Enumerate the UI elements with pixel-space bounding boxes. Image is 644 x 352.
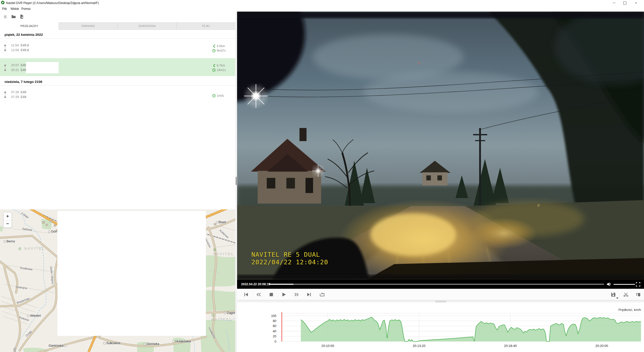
place-marker: Górówka	[144, 342, 159, 346]
duration-value: 9m37s	[217, 49, 226, 52]
rewind-button[interactable]	[256, 292, 261, 297]
open-folder-icon[interactable]	[11, 14, 16, 19]
speed-chart[interactable]: 02040608010020:10:0020:13:2020:16:4020:2…	[237, 300, 644, 352]
title-bar: Navitel DVR Player (C:/Users/Mateusz/Des…	[0, 0, 644, 6]
place-ring-icon	[64, 345, 66, 347]
maximize-button[interactable]	[621, 0, 629, 6]
map-watermark: ◍ NAVITEL	[211, 313, 235, 322]
menu-pomoc[interactable]: Pomoc	[21, 7, 31, 11]
svg-text:100: 100	[271, 314, 276, 318]
route-icon	[212, 44, 216, 48]
rotate-screen-button[interactable]	[636, 292, 641, 297]
trip-end-dot	[4, 96, 6, 98]
route-icon	[212, 64, 216, 67]
place-name: Dwór	[219, 220, 226, 224]
menu-widok[interactable]: Widok	[11, 7, 19, 11]
tab-bar: PRZEJAZDY PARKING ZDARZENIA PLIKI	[0, 22, 235, 30]
chart-title: Prędkość, km/h	[618, 308, 641, 312]
duration-badge: 1m0s	[212, 94, 224, 98]
trip-end-dot	[4, 49, 6, 51]
save-dropdown-caret[interactable]	[616, 298, 619, 299]
trip-end-time: 12:04	[11, 48, 19, 52]
fullscreen-icon[interactable]	[636, 282, 640, 286]
loop-button[interactable]	[319, 292, 325, 297]
distance-badge: 6.7km	[212, 64, 225, 67]
zoom-out-button[interactable]: −	[4, 220, 12, 228]
playback-time: 2022.04.22 20:08:19	[241, 282, 270, 286]
file-toolbar	[0, 12, 235, 22]
seek-bar: 2022.04.22 20:08:19	[237, 280, 644, 289]
minimize-button[interactable]	[610, 0, 618, 6]
map-zoom-control: + −	[3, 212, 12, 228]
skip-next-button[interactable]	[307, 292, 312, 297]
place-ring-icon	[103, 342, 105, 344]
sd-card-icon[interactable]	[3, 14, 8, 19]
maximize-icon	[623, 2, 626, 5]
play-button[interactable]	[281, 292, 286, 297]
place-ring-icon	[216, 221, 218, 223]
trip-list: piątek, 22 kwietnia 2022 11:54 E49.8 12:…	[0, 30, 235, 219]
place-marker: Berno	[4, 240, 15, 243]
tab-parking[interactable]: PARKING	[59, 22, 118, 30]
skip-previous-button[interactable]	[244, 292, 249, 297]
place-marker: Hulakówka	[172, 340, 191, 343]
trip-row[interactable]: 07:28 E49 07:29 E49 1m0s	[0, 86, 235, 106]
trip-end-loc: E49.8	[21, 48, 29, 52]
trip-start-dot	[4, 91, 6, 93]
zoom-in-button[interactable]: +	[4, 212, 12, 220]
trip-start-loc: E49.8	[21, 44, 29, 47]
duration-value: 14m1s	[217, 68, 226, 72]
trip-end-time: 20:21	[11, 68, 19, 72]
menu-bar: Plik Widok Pomoc	[0, 6, 644, 12]
distance-badge: 4.5km	[212, 44, 225, 48]
svg-text:20:13:20: 20:13:20	[413, 344, 426, 348]
place-ring-icon	[48, 231, 50, 233]
close-icon: ×	[635, 1, 637, 5]
panel-splitter[interactable]	[235, 12, 237, 352]
date-label: niedziela, 7 lutego 2106	[5, 80, 42, 84]
svg-text:20:10:00: 20:10:00	[321, 344, 334, 348]
place-ring-icon	[4, 240, 6, 243]
place-marker: Sułkowice	[103, 341, 120, 345]
trip-start-loc: E49	[21, 90, 26, 94]
video-frame[interactable]: NAVITEL RE 5 DUAL2022/04/22 12:04:20	[237, 12, 644, 280]
trip-start-dot	[4, 45, 6, 46]
volume-icon[interactable]	[607, 282, 612, 286]
svg-text:60: 60	[273, 324, 276, 328]
close-button[interactable]: ×	[632, 0, 640, 6]
progress-bar[interactable]	[269, 284, 604, 285]
stop-button[interactable]	[269, 292, 274, 297]
clock-icon	[212, 68, 216, 72]
svg-text:40: 40	[273, 330, 276, 333]
map-watermark: ◍ NAVITEL	[18, 246, 45, 251]
cut-button[interactable]	[623, 292, 628, 297]
menu-plik[interactable]: Plik	[2, 7, 7, 11]
tab-przejazdy[interactable]: PRZEJAZDY	[0, 22, 59, 30]
distance-value: 4.5km	[217, 44, 225, 48]
minimize-icon	[613, 3, 615, 3]
svg-text:80: 80	[273, 319, 276, 323]
tab-zdarzenia[interactable]: ZDARZENIA	[118, 22, 177, 30]
date-header: piątek, 22 kwietnia 2022	[0, 30, 235, 39]
fast-forward-button[interactable]	[294, 292, 299, 297]
svg-text:0: 0	[275, 340, 276, 343]
street-light	[538, 204, 540, 206]
save-button[interactable]	[611, 292, 616, 297]
place-marker: Dwór	[216, 220, 226, 224]
svg-text:20:16:40: 20:16:40	[504, 344, 517, 348]
place-marker: Wiedeń	[27, 314, 41, 317]
place-name: Sułkowice	[106, 341, 120, 345]
place-ring-icon	[144, 343, 146, 345]
volume-slider[interactable]	[614, 284, 635, 285]
trip-row[interactable]: 11:54 E49.8 12:04 E49.8 4.5km 9m37s	[0, 39, 235, 58]
duration-value: 1m0s	[217, 94, 224, 98]
export-file-icon[interactable]	[19, 14, 24, 19]
splitter-grip-icon	[236, 177, 237, 185]
trip-row-selected[interactable]: 20:07 E49. 20:21 E49. 6.7km 14m1s	[0, 58, 235, 76]
tab-pliki[interactable]: PLIKI	[177, 22, 235, 30]
map-watermark: ◍ NAVITEL	[213, 247, 235, 256]
place-name: Górówka	[147, 342, 159, 346]
map-view[interactable]: 3 MajaSadowaKolejowaZagórnickaŚrodkowaŻw…	[0, 209, 235, 352]
redaction-box	[26, 62, 59, 73]
distant-red-light	[418, 62, 420, 64]
